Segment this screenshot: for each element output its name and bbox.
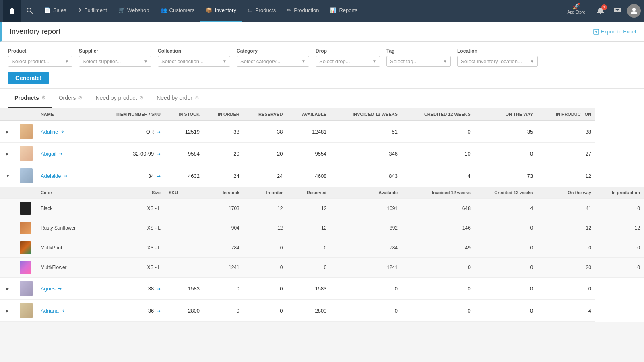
product-link[interactable]: Adriana (41, 308, 59, 314)
sku-link-arrow[interactable]: ➜ (157, 174, 161, 179)
product-sku: 36 (148, 308, 154, 314)
expand-cell[interactable]: ▼ (0, 165, 16, 187)
search-button[interactable] (21, 0, 39, 22)
collapse-button[interactable]: ▼ (4, 173, 12, 179)
variant-invoiced-cell: 648 (402, 199, 475, 218)
nav-production[interactable]: ✏ Production (281, 0, 324, 22)
nav-webshop-label: Webshop (127, 7, 149, 13)
product-name: Adaline ➜ (41, 129, 91, 135)
col-in-stock: IN STOCK (165, 108, 204, 121)
filter-supplier: Supplier Select supplier... ▼ (79, 48, 151, 67)
filter-supplier-select[interactable]: Select supplier... ▼ (79, 56, 151, 67)
tab-orders[interactable]: Orders ⚙ (52, 89, 89, 108)
table-header: NAME ITEM NUMBER / SKU IN STOCK IN ORDER… (0, 108, 644, 121)
filter-drop-select[interactable]: Select drop... ▼ (316, 56, 380, 67)
nav-reports[interactable]: 📊 Reports (324, 0, 363, 22)
filter-collection-select[interactable]: Select collection... ▼ (158, 56, 230, 67)
variant-row: Black XS - L 1703 12 12 1691 648 4 41 0 (0, 199, 644, 218)
filter-collection: Collection Select collection... ▼ (158, 48, 230, 67)
in-stock-cell: 12519 (165, 121, 204, 143)
tab-need-by-order-gear[interactable]: ⚙ (195, 95, 199, 101)
notification-badge: 1 (601, 4, 607, 10)
invoiced-12w-cell: 0 (330, 278, 402, 300)
nav-products[interactable]: 🏷 Products (242, 0, 281, 22)
col-sku: ITEM NUMBER / SKU (95, 108, 165, 121)
nav-fulfilment[interactable]: ✈ Fulfilment (72, 0, 113, 22)
tab-products[interactable]: Products ⚙ (8, 89, 52, 108)
variant-size-cell: XS - L (95, 218, 165, 238)
variant-in-production-cell: 0 (595, 258, 644, 278)
table-row: ▶ Adaline ➜ OR ➜ 12519 38 38 12481 51 0 … (0, 121, 644, 143)
expand-cell[interactable]: ▶ (0, 278, 16, 300)
tab-need-by-product[interactable]: Need by product ⚙ (89, 89, 150, 108)
reports-icon: 📊 (330, 7, 336, 13)
expand-cell[interactable]: ▶ (0, 143, 16, 165)
nav-appstore[interactable]: 🚀 App Store (562, 0, 591, 22)
product-link-arrow[interactable]: ➜ (64, 173, 67, 179)
variant-on-way-cell: 0 (537, 238, 595, 258)
variant-credited-cell: 0 (475, 238, 537, 258)
filter-tag-arrow: ▼ (443, 59, 447, 64)
product-link[interactable]: Agnes (41, 286, 56, 292)
product-sku-cell: OR ➜ (95, 121, 165, 143)
variant-col-size: Size (95, 187, 165, 199)
on-the-way-cell: 0 (475, 300, 537, 322)
product-name: Abigail ➜ (41, 151, 91, 157)
in-stock-cell: 4632 (165, 165, 204, 187)
tab-need-by-product-gear[interactable]: ⚙ (139, 95, 144, 101)
product-link[interactable]: Adelaide (41, 173, 61, 179)
sku-link-arrow[interactable]: ➜ (157, 286, 161, 291)
tab-products-gear[interactable]: ⚙ (41, 95, 46, 101)
sku-link-arrow[interactable]: ➜ (157, 309, 161, 313)
sku-link-arrow[interactable]: ➜ (157, 130, 161, 134)
available-cell: 9554 (287, 143, 330, 165)
variant-row: Multi/Print XS - L 784 0 0 784 49 0 0 0 (0, 238, 644, 258)
collapse-button[interactable]: ▶ (4, 150, 10, 157)
variant-on-way-cell: 20 (537, 258, 595, 278)
variant-reserved-cell: 12 (287, 199, 330, 218)
filter-product-select[interactable]: Select product... ▼ (8, 56, 72, 67)
variant-sku-cell (165, 218, 204, 238)
expand-cell[interactable]: ▶ (0, 121, 16, 143)
nav-customers[interactable]: 👥 Customers (155, 0, 200, 22)
product-link-arrow[interactable]: ➜ (61, 308, 65, 313)
nav-production-label: Production (294, 7, 319, 13)
product-sku-cell: 32-00-99 ➜ (95, 143, 165, 165)
variant-available-cell: 1691 (330, 199, 402, 218)
thumb-cell (16, 143, 37, 165)
product-link-arrow[interactable]: ➜ (59, 151, 62, 156)
nav-webshop[interactable]: 🛒 Webshop (113, 0, 155, 22)
user-avatar[interactable] (627, 4, 641, 18)
product-link[interactable]: Abigail (41, 151, 56, 157)
product-link-arrow[interactable]: ➜ (60, 129, 64, 134)
nav-inventory[interactable]: 📦 Inventory (200, 0, 242, 22)
table-row: ▶ Abigail ➜ 32-00-99 ➜ 9584 20 20 9554 3… (0, 143, 644, 165)
collapse-button[interactable]: ▶ (4, 307, 10, 314)
notifications-button[interactable]: 1 (593, 4, 608, 18)
in-order-cell: 24 (204, 165, 244, 187)
filter-collection-arrow: ▼ (223, 59, 227, 64)
variant-header-row: Color Size SKU In stock In order Reserve… (0, 187, 644, 199)
home-button[interactable] (3, 0, 21, 22)
nav-right-actions: 🚀 App Store 1 (562, 0, 641, 22)
collapse-button[interactable]: ▶ (4, 285, 10, 292)
generate-button[interactable]: Generate! (8, 72, 49, 84)
webshop-icon: 🛒 (118, 7, 125, 13)
credited-12w-cell: 0 (402, 300, 475, 322)
filter-category-select[interactable]: Select category... ▼ (237, 56, 309, 67)
tab-products-label: Products (14, 95, 39, 101)
credited-12w-cell: 0 (402, 121, 475, 143)
sku-link-arrow[interactable]: ➜ (157, 152, 161, 156)
collapse-button[interactable]: ▶ (4, 128, 10, 135)
product-link[interactable]: Adaline (41, 129, 58, 135)
nav-sales[interactable]: 📄 Sales (39, 0, 72, 22)
tab-need-by-order[interactable]: Need by order ⚙ (150, 89, 206, 108)
tab-orders-gear[interactable]: ⚙ (78, 95, 83, 101)
messages-button[interactable] (610, 4, 625, 18)
export-button[interactable]: Export to Excel (593, 29, 636, 35)
expand-cell[interactable]: ▶ (0, 300, 16, 322)
product-name-cell: Adelaide ➜ (37, 165, 95, 187)
filter-tag-select[interactable]: Select tag... ▼ (386, 56, 451, 67)
product-link-arrow[interactable]: ➜ (58, 286, 62, 291)
filter-location-select[interactable]: Select inventory location... ▼ (457, 56, 538, 67)
